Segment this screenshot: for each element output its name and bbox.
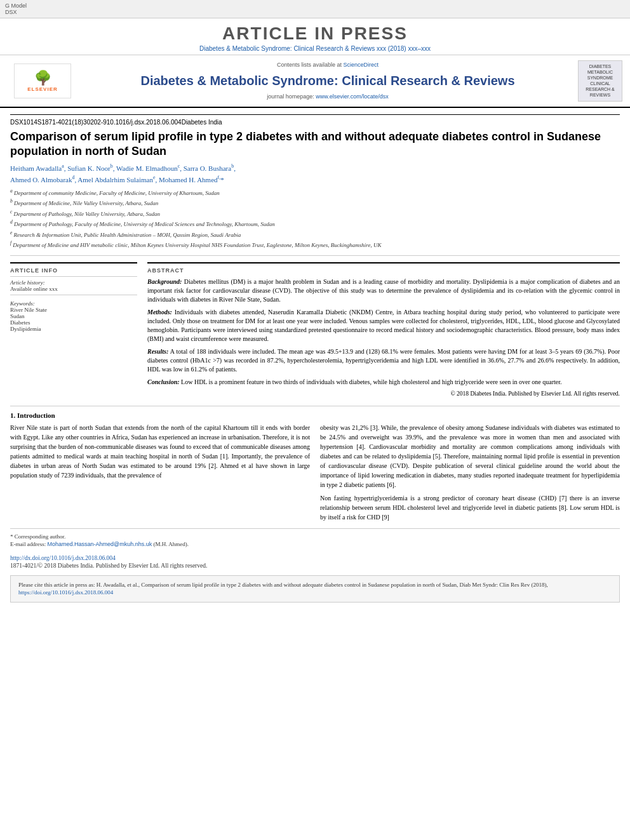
sciencedirect-link[interactable]: ScienceDirect — [344, 62, 379, 68]
journal-homepage: journal homepage: www.elsevier.com/locat… — [83, 93, 573, 100]
abstract-title: ABSTRACT — [147, 267, 620, 274]
citation-box: Please cite this article in press as: H.… — [10, 575, 620, 603]
intro-left-text: River Nile state is part of north Sudan … — [10, 423, 310, 480]
article-available-value: Available online xxx — [10, 286, 137, 292]
contents-label: Contents lists available at — [277, 62, 342, 68]
background-label: Background: — [147, 278, 182, 285]
affiliation-c: c Department of Pathology, Nile Valley U… — [10, 208, 620, 219]
keyword-2: Sudan — [10, 313, 137, 319]
article-in-press-subtitle: Diabetes & Metabolic Syndrome: Clinical … — [0, 45, 630, 52]
homepage-label: journal homepage: — [267, 93, 314, 100]
journal-cover-image: DIABETESMETABOLICSYNDROMECLINICALRESEARC… — [578, 60, 622, 102]
article-history-label: Article history: — [10, 279, 137, 286]
intro-right-text-1: obesity was 21,2% [3]. While, the preval… — [320, 423, 620, 490]
methods-label: Methods: — [147, 309, 172, 316]
article-content: DSX1014S1871-4021(18)30202-910.1016/j.ds… — [0, 108, 630, 609]
citation-doi-link[interactable]: https://doi.org/10.1016/j.dsx.2018.06.00… — [18, 589, 113, 596]
doi-line: DSX1014S1871-4021(18)30202-910.1016/j.ds… — [10, 114, 620, 126]
elsevier-tree-icon: 🌳 — [34, 70, 51, 86]
cover-mini-text: DIABETESMETABOLICSYNDROMECLINICALRESEARC… — [583, 61, 617, 101]
affiliations: a Department of community Medicine, Facu… — [10, 187, 620, 256]
elsevier-logo: 🌳 ELSEVIER — [14, 63, 71, 98]
introduction-left: River Nile state is part of north Sudan … — [10, 423, 310, 522]
article-title: Comparison of serum lipid profile in typ… — [10, 130, 620, 159]
email-footnote: E-mail address: Mohamed.Hassan-Ahmed@mku… — [10, 540, 620, 549]
affiliation-a: a Department of community Medicine, Facu… — [10, 187, 620, 198]
doi-link[interactable]: http://dx.doi.org/10.1016/j.dsx.2018.06.… — [10, 555, 620, 561]
background-text: Diabetes mellitus (DM) is a major health… — [147, 278, 620, 303]
keywords-section: Keywords: River Nile State Sudan Diabete… — [10, 300, 137, 332]
authors-line: Heitham Awadallaa, Sufian K. Noorb, Wadi… — [10, 163, 620, 184]
affiliation-f: f Department of Medicine and HIV metabol… — [10, 239, 620, 250]
info-divider-1 — [10, 276, 137, 277]
journal-center: Contents lists available at ScienceDirec… — [83, 60, 573, 102]
results-label: Results: — [147, 348, 168, 355]
article-in-press-title: ARTICLE IN PRESS — [0, 23, 630, 44]
article-info-title: ARTICLE INFO — [10, 267, 137, 274]
abstract-results: Results: A total of 188 individuals were… — [147, 347, 620, 374]
introduction-two-col: River Nile state is part of north Sudan … — [10, 423, 620, 522]
results-text: A total of 188 individuals were included… — [147, 348, 620, 373]
footnote-area: * Corresponding author. E-mail address: … — [10, 528, 620, 549]
intro-right-text-2: Non fasting hypertriglyceridemia is a st… — [320, 493, 620, 522]
elsevier-logo-area: 🌳 ELSEVIER — [8, 60, 77, 102]
citation-text: Please cite this article in press as: H.… — [18, 582, 548, 588]
conclusion-text: Low HDL is a prominent feature in two th… — [181, 378, 561, 385]
model-label: G Model DSX — [5, 3, 27, 15]
email-label: E-mail address: — [10, 541, 46, 547]
abstract-column: ABSTRACT Background: Diabetes mellitus (… — [147, 262, 620, 397]
keywords-label: Keywords: — [10, 300, 137, 307]
conclusion-label: Conclusion: — [147, 378, 180, 385]
introduction-section: 1. Introduction River Nile state is part… — [10, 406, 620, 522]
keyword-3: Diabetes — [10, 319, 137, 326]
abstract-section: ABSTRACT Background: Diabetes mellitus (… — [147, 262, 620, 397]
article-in-press-banner: ARTICLE IN PRESS Diabetes & Metabolic Sy… — [0, 18, 630, 55]
copyright-line: © 2018 Diabetes India. Published by Else… — [147, 390, 620, 397]
rights-line: 1871-4021/© 2018 Diabetes India. Publish… — [10, 563, 620, 569]
corresponding-author-label: * Corresponding author. — [10, 533, 620, 541]
methods-text: Individuals with diabetes attended, Nase… — [147, 309, 620, 342]
abstract-methods: Methods: Individuals with diabetes atten… — [147, 308, 620, 343]
article-info-box: ARTICLE INFO Article history: Available … — [10, 262, 137, 332]
introduction-title: 1. Introduction — [10, 411, 620, 419]
affiliation-e: e Research & Information Unit, Public He… — [10, 229, 620, 240]
contents-line: Contents lists available at ScienceDirec… — [83, 62, 573, 68]
top-bar: G Model DSX — [0, 0, 630, 18]
affiliation-d: d Department of Pathology, Faculty of Me… — [10, 218, 620, 229]
journal-header: 🌳 ELSEVIER Contents lists available at S… — [0, 55, 630, 108]
introduction-right: obesity was 21,2% [3]. While, the preval… — [320, 423, 620, 522]
homepage-url-link[interactable]: www.elsevier.com/locate/dsx — [316, 93, 389, 100]
keyword-4: Dyslipidemia — [10, 326, 137, 332]
email-value[interactable]: Mohamed.Hassan-Ahmed@mkuh.nhs.uk — [47, 541, 152, 547]
affiliation-b: b Department of Medicine, Nile Valley Un… — [10, 197, 620, 208]
journal-title: Diabetes & Metabolic Syndrome: Clinical … — [83, 73, 573, 88]
abstract-background: Background: Diabetes mellitus (DM) is a … — [147, 277, 620, 304]
article-info-column: ARTICLE INFO Article history: Available … — [10, 262, 137, 397]
elsevier-label: ELSEVIER — [27, 86, 58, 92]
keyword-1: River Nile State — [10, 307, 137, 313]
email-suffix: (M.H. Ahmed). — [153, 541, 189, 547]
bottom-links: http://dx.doi.org/10.1016/j.dsx.2018.06.… — [10, 555, 620, 569]
article-info-abstract-row: ARTICLE INFO Article history: Available … — [10, 262, 620, 397]
dsx-text: DSX — [5, 9, 17, 15]
abstract-conclusion: Conclusion: Low HDL is a prominent featu… — [147, 378, 620, 387]
info-divider-2 — [10, 295, 137, 295]
g-model-text: G Model — [5, 3, 27, 9]
